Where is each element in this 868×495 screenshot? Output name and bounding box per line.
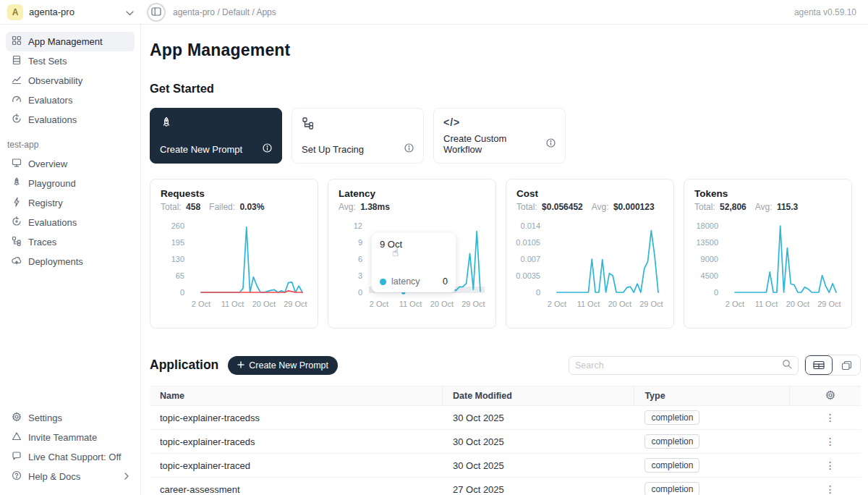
sidebar-item-overview[interactable]: Overview xyxy=(6,154,135,174)
sidebar-item-label: Live Chat Support: Off xyxy=(28,452,129,462)
column-settings[interactable] xyxy=(790,386,861,405)
rocket-icon xyxy=(160,117,272,132)
search-icon[interactable] xyxy=(782,359,792,372)
sidebar-item-settings[interactable]: Settings xyxy=(6,408,135,428)
workspace-avatar: A xyxy=(7,4,23,20)
info-icon[interactable] xyxy=(404,143,414,155)
sidebar-item-app-management[interactable]: App Management xyxy=(6,32,135,51)
latency-chart-card: Latency Avg: 1.38ms 036912 2 Oct11 Oct20… xyxy=(328,179,496,329)
chart-plot[interactable] xyxy=(191,221,307,298)
sidebar-item-label: Help & Docs xyxy=(28,471,118,482)
row-menu-icon[interactable]: ⋮ xyxy=(800,483,861,495)
app-name: topic-explainer-traceds xyxy=(150,436,443,447)
gear-icon xyxy=(12,412,22,424)
sidebar-item-playground[interactable]: Playground xyxy=(6,174,135,193)
application-heading: Application xyxy=(150,358,218,373)
chart-stat: Total: 52,806 xyxy=(694,202,746,212)
tooltip-date: 9 Oct xyxy=(380,239,448,250)
sidebar-item-deployments[interactable]: Deployments xyxy=(6,252,135,271)
table-row[interactable]: topic-explainer-tracedss 30 Oct 2025 com… xyxy=(150,406,861,430)
collapse-sidebar-icon xyxy=(151,6,161,19)
app-date: 27 Oct 2025 xyxy=(443,484,634,495)
table-view-button[interactable] xyxy=(805,355,833,375)
x-axis: 2 Oct11 Oct20 Oct29 Oct xyxy=(369,298,485,309)
sidebar-item-live-chat-support[interactable]: Live Chat Support: Off xyxy=(6,447,135,467)
main-content: App Management Get Started Create New Pr… xyxy=(141,25,868,495)
chart-stats: Total: 52,806Avg: 115.3 xyxy=(694,202,841,212)
chart-stat: Avg: 1.38ms xyxy=(339,202,390,212)
sidebar-item-observability[interactable]: Observability xyxy=(6,71,135,90)
chevron-down-icon xyxy=(126,6,134,19)
bolt-icon xyxy=(12,197,22,209)
workspace-name: agenta-pro xyxy=(29,7,120,17)
sidebar-item-test-sets[interactable]: Test Sets xyxy=(6,51,135,71)
card-label: Create New Prompt xyxy=(160,144,242,155)
chart-stats: Total: $0.056452Avg: $0.000123 xyxy=(516,202,663,212)
sidebar-item-invite-teammate[interactable]: Invite Teammate xyxy=(6,428,135,447)
tooltip-series-label: latency xyxy=(391,276,420,287)
table-row[interactable]: topic-explainer-traced 30 Oct 2025 compl… xyxy=(150,454,861,478)
plus-icon xyxy=(237,360,244,371)
card-view-button[interactable] xyxy=(833,355,860,375)
table-rows-icon xyxy=(12,55,22,67)
sidebar-collapse-button[interactable] xyxy=(147,3,166,22)
sidebar-item-traces[interactable]: Traces xyxy=(6,232,135,252)
sidebar-item-app-evaluations[interactable]: Evaluations xyxy=(6,213,135,232)
sidebar-item-evaluators[interactable]: Evaluators xyxy=(6,90,135,110)
column-header-date-modified[interactable]: Date Modified xyxy=(443,386,634,405)
sidebar-item-label: Invite Teammate xyxy=(28,432,129,443)
x-axis: 2 Oct11 Oct20 Oct29 Oct xyxy=(191,298,307,309)
sidebar-item-label: Playground xyxy=(28,178,129,189)
chart-title: Latency xyxy=(339,188,485,199)
sidebar-item-label: Evaluations xyxy=(28,217,129,228)
triangle-icon xyxy=(12,431,22,444)
chart-stat: Avg: $0.000123 xyxy=(592,202,655,212)
search-input[interactable] xyxy=(575,360,782,371)
chart-stat: Total: 458 xyxy=(161,202,200,212)
chart-stats: Avg: 1.38ms xyxy=(339,202,485,212)
sidebar-item-label: Settings xyxy=(28,412,129,423)
app-name: topic-explainer-traced xyxy=(150,460,443,471)
table-row[interactable]: career-assessment 27 Oct 2025 completion… xyxy=(150,478,861,495)
row-menu-icon[interactable]: ⋮ xyxy=(800,436,861,447)
chart-plot[interactable] xyxy=(725,221,841,298)
get-started-heading: Get Started xyxy=(150,82,861,96)
card-label: Set Up Tracing xyxy=(302,144,364,155)
gear-icon[interactable] xyxy=(825,390,835,402)
table-row[interactable]: topic-explainer-traceds 30 Oct 2025 comp… xyxy=(150,430,861,454)
column-header-name[interactable]: Name xyxy=(150,386,443,405)
info-icon[interactable] xyxy=(546,138,556,150)
tooltip-value: 0 xyxy=(443,276,448,287)
workspace-selector[interactable]: A agenta-pro xyxy=(0,4,141,20)
create-new-prompt-card[interactable]: Create New Prompt xyxy=(150,108,282,164)
type-badge: completion xyxy=(644,410,699,425)
chart-title: Tokens xyxy=(694,188,841,199)
row-menu-icon[interactable]: ⋮ xyxy=(800,412,861,423)
cost-chart-card: Cost Total: $0.056452Avg: $0.000123 00.0… xyxy=(506,179,674,329)
app-name: topic-explainer-tracedss xyxy=(150,412,443,423)
rocket-icon xyxy=(12,177,22,190)
set-up-tracing-card[interactable]: Set Up Tracing xyxy=(292,108,424,164)
sidebar: App Management Test Sets Observability E… xyxy=(0,25,141,495)
gauge-icon xyxy=(12,94,22,106)
info-icon[interactable] xyxy=(263,143,272,155)
chart-stats: Total: 458Failed: 0.03% xyxy=(161,202,307,212)
chart-plot[interactable] xyxy=(547,221,663,298)
create-new-prompt-button[interactable]: Create New Prompt xyxy=(228,356,338,375)
row-menu-icon[interactable]: ⋮ xyxy=(800,460,861,471)
app-date: 30 Oct 2025 xyxy=(443,460,634,471)
app-date: 30 Oct 2025 xyxy=(443,412,634,423)
tree-branch-icon xyxy=(12,236,22,248)
tree-branch-icon xyxy=(302,117,414,132)
create-custom-workflow-card[interactable]: </> Create Custom Workflow xyxy=(433,108,566,164)
sidebar-item-help-docs[interactable]: Help & Docs xyxy=(6,467,135,486)
app-version-label: agenta v0.59.10 xyxy=(794,7,868,17)
y-axis: 065130195260 xyxy=(161,221,191,298)
sidebar-item-evaluations[interactable]: Evaluations xyxy=(6,110,135,130)
y-axis: 00.00350.0070.01050.014 xyxy=(516,221,547,298)
code-icon: </> xyxy=(443,117,556,128)
sidebar-item-registry[interactable]: Registry xyxy=(6,193,135,213)
column-header-type[interactable]: Type xyxy=(634,386,789,405)
search-box[interactable] xyxy=(569,356,799,375)
breadcrumb[interactable]: agenta-pro / Default / Apps xyxy=(173,7,276,17)
